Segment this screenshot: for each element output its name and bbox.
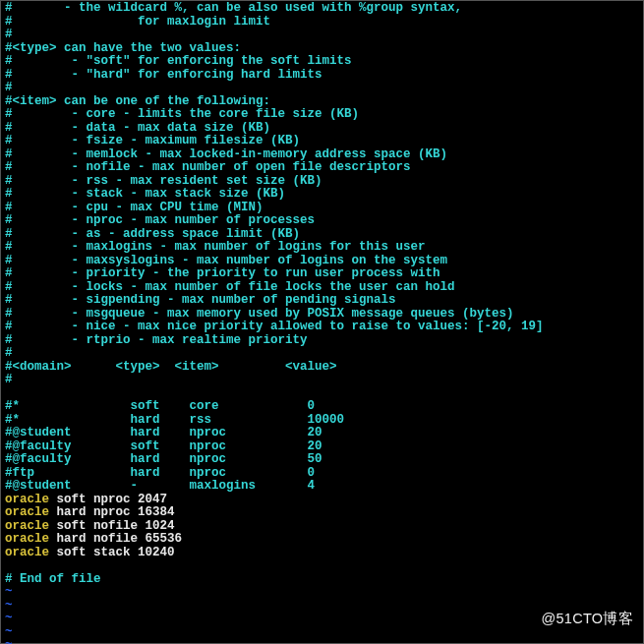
domain-keyword: oracle xyxy=(5,505,49,519)
blank-line xyxy=(5,387,639,401)
comment-line: # - msgqueue - max memory used by POSIX … xyxy=(5,308,639,322)
config-value: hard nproc 16384 xyxy=(49,505,175,519)
config-value: hard nofile 65536 xyxy=(49,532,182,546)
comment-line: #@student - maxlogins 4 xyxy=(5,480,639,494)
comment-line: # - maxsyslogins - max number of logins … xyxy=(5,255,639,268)
comment-line: # xyxy=(5,347,639,361)
comment-line: # - sigpending - max number of pending s… xyxy=(5,294,639,308)
comment-line: #<domain> <type> <item> <value> xyxy=(5,361,639,375)
comment-line: # - fsize - maximum filesize (KB) xyxy=(5,135,639,148)
comment-line: # End of file xyxy=(5,573,639,587)
config-value: soft nproc 2047 xyxy=(49,493,167,506)
comment-line: # - cpu - max CPU time (MIN) xyxy=(5,202,639,215)
comment-line: #@student hard nproc 20 xyxy=(5,427,639,440)
comment-line: # - "hard" for enforcing hard limits xyxy=(5,69,639,83)
comment-line: # - as - address space limit (KB) xyxy=(5,228,639,242)
vim-tilde: ~ xyxy=(5,626,639,640)
config-value: soft nofile 1024 xyxy=(49,519,175,533)
comment-line: # xyxy=(5,374,639,387)
comment-line: # xyxy=(5,29,639,42)
comment-line: # - the wildcard %, can be also used wit… xyxy=(5,2,639,16)
config-line: oracle soft nproc 2047 xyxy=(5,494,639,507)
config-value: soft stack 10240 xyxy=(49,546,175,559)
comment-line: #@faculty soft nproc 20 xyxy=(5,440,639,454)
comment-line: # - "soft" for enforcing the soft limits xyxy=(5,55,639,69)
comment-line: # for maxlogin limit xyxy=(5,16,639,29)
config-line: oracle hard nproc 16384 xyxy=(5,506,639,520)
blank-line xyxy=(5,559,639,573)
comment-line: # - priority - the priority to run user … xyxy=(5,267,639,281)
comment-line: # - stack - max stack size (KB) xyxy=(5,188,639,202)
config-line: oracle soft nofile 1024 xyxy=(5,520,639,534)
comment-line: #* soft core 0 xyxy=(5,400,639,414)
config-line: oracle soft stack 10240 xyxy=(5,547,639,560)
comment-line: # - memlock - max locked-in-memory addre… xyxy=(5,148,639,162)
comment-line: #<item> can be one of the following: xyxy=(5,95,639,109)
vim-tilde: ~ xyxy=(5,639,639,644)
comment-line: # - nice - max nice priority allowed to … xyxy=(5,321,639,334)
comment-line: # - maxlogins - max number of logins for… xyxy=(5,241,639,255)
domain-keyword: oracle xyxy=(5,493,49,506)
comment-line: #<type> can have the two values: xyxy=(5,42,639,56)
comment-line: # - rtprio - max realtime priority xyxy=(5,334,639,348)
domain-keyword: oracle xyxy=(5,519,49,533)
comment-line: #* hard rss 10000 xyxy=(5,414,639,428)
comment-line: # xyxy=(5,82,639,95)
comment-line: # - data - max data size (KB) xyxy=(5,122,639,136)
config-line: oracle hard nofile 65536 xyxy=(5,533,639,547)
domain-keyword: oracle xyxy=(5,532,49,546)
comment-line: # - locks - max number of file locks the… xyxy=(5,281,639,295)
watermark: @51CTO博客 xyxy=(541,613,633,626)
comment-line: # - nproc - max number of processes xyxy=(5,214,639,228)
comment-line: #@faculty hard nproc 50 xyxy=(5,453,639,467)
comment-line: # - rss - max resident set size (KB) xyxy=(5,175,639,189)
comment-line: # - nofile - max number of open file des… xyxy=(5,161,639,175)
domain-keyword: oracle xyxy=(5,546,49,559)
comment-line: #ftp hard nproc 0 xyxy=(5,467,639,481)
comment-line: # - core - limits the core file size (KB… xyxy=(5,108,639,122)
terminal-window: # - the wildcard %, can be also used wit… xyxy=(0,0,644,644)
vim-tilde: ~ xyxy=(5,586,639,600)
